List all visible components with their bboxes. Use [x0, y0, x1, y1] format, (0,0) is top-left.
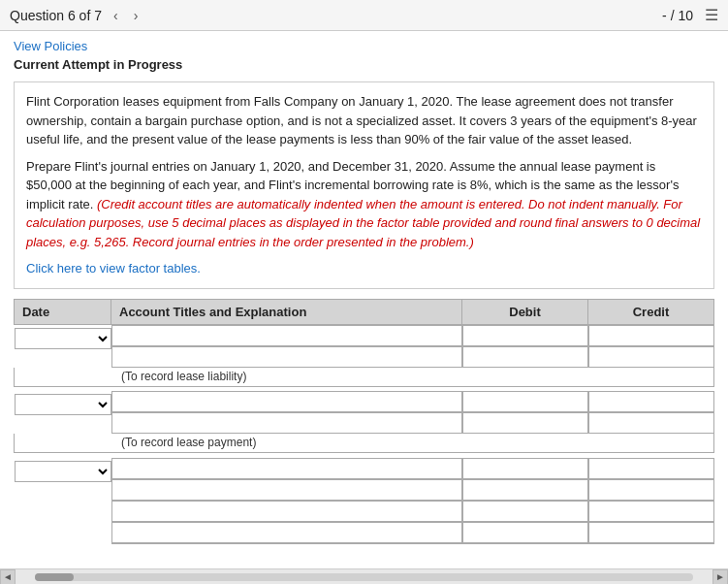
date-cell-3: Jan. 1, 2020 Dec. 31, 2020: [15, 458, 111, 544]
debit-input-1a[interactable]: [462, 325, 588, 346]
credit-cell-3b: [588, 479, 714, 501]
credit-cell-2b: [588, 412, 714, 434]
debit-input-3c[interactable]: [462, 501, 588, 522]
credit-input-3b[interactable]: [588, 479, 714, 501]
account-cell-2a: [111, 391, 462, 412]
top-bar: Question 6 of 7 ‹ › - / 10 ☰: [0, 0, 728, 31]
account-input-3c[interactable]: [111, 501, 462, 522]
group1-label-row: (To record lease liability): [15, 368, 714, 387]
journal-table: Date Account Titles and Explanation Debi…: [14, 299, 714, 544]
credit-cell-3d: [588, 522, 714, 544]
header-date: Date: [15, 299, 111, 324]
paragraph2: Prepare Flint's journal entries on Janua…: [26, 157, 702, 252]
account-cell-2b: [111, 412, 462, 434]
horizontal-scrollbar[interactable]: ◄ ►: [0, 568, 728, 584]
account-cell-3c: [111, 501, 462, 522]
header-debit: Debit: [462, 299, 588, 324]
credit-cell-3c: [588, 501, 714, 522]
credit-cell-3a: [588, 458, 714, 479]
debit-input-2a[interactable]: [462, 391, 588, 412]
table-row: [15, 346, 714, 368]
paragraph1: Flint Corporation leases equipment from …: [26, 92, 702, 149]
date-select-2[interactable]: Jan. 1, 2020 Dec. 31, 2020: [15, 394, 111, 415]
group1-label: (To record lease liability): [15, 368, 714, 387]
date-select-3[interactable]: Jan. 1, 2020 Dec. 31, 2020: [15, 461, 111, 482]
group2-label: (To record lease payment): [15, 434, 714, 453]
account-cell-1a: [111, 324, 462, 346]
debit-cell-2a: [462, 391, 588, 412]
problem-text-box: Flint Corporation leases equipment from …: [14, 81, 714, 289]
table-row: Jan. 1, 2020 Dec. 31, 2020: [15, 458, 714, 479]
table-row: [15, 501, 714, 522]
top-bar-right: - / 10 ☰: [662, 6, 718, 24]
account-input-2a[interactable]: [111, 391, 462, 412]
debit-input-3d[interactable]: [462, 522, 588, 543]
debit-input-3b[interactable]: [462, 479, 588, 501]
credit-cell-1a: [588, 324, 714, 346]
account-cell-3b: [111, 479, 462, 501]
header-account: Account Titles and Explanation: [111, 299, 462, 324]
account-input-3a[interactable]: [111, 458, 462, 479]
list-icon[interactable]: ☰: [705, 6, 718, 24]
paragraph2-red: (Credit account titles are automatically…: [26, 197, 700, 249]
table-row: Jan. 1, 2020 Dec. 31, 2020: [15, 391, 714, 412]
debit-input-2b[interactable]: [462, 412, 588, 434]
table-header-row: Date Account Titles and Explanation Debi…: [15, 299, 714, 324]
attempt-label: Current Attempt in Progress: [14, 57, 714, 72]
debit-cell-1a: [462, 324, 588, 346]
credit-input-2a[interactable]: [588, 391, 714, 412]
account-cell-1b: [111, 346, 462, 368]
table-row: [15, 479, 714, 501]
account-cell-3d: [111, 522, 462, 544]
debit-cell-3c: [462, 501, 588, 522]
scroll-left-arrow[interactable]: ◄: [0, 569, 16, 585]
debit-input-1b[interactable]: [462, 346, 588, 368]
account-input-1a[interactable]: [111, 325, 462, 346]
next-button[interactable]: ›: [130, 8, 142, 23]
account-cell-3a: [111, 458, 462, 479]
account-input-3b[interactable]: [111, 479, 462, 501]
credit-input-1b[interactable]: [588, 346, 714, 368]
debit-cell-3d: [462, 522, 588, 544]
credit-input-3a[interactable]: [588, 458, 714, 479]
factor-link-p: Click here to view factor tables.: [26, 259, 702, 278]
scroll-track[interactable]: [35, 573, 693, 581]
credit-input-2b[interactable]: [588, 412, 714, 434]
table-row: [15, 522, 714, 544]
table-row: Jan. 1, 2020 Dec. 31, 2020: [15, 324, 714, 346]
prev-button[interactable]: ‹: [110, 8, 122, 23]
account-input-1b[interactable]: [111, 346, 462, 368]
date-cell-1: Jan. 1, 2020 Dec. 31, 2020: [15, 324, 111, 368]
scroll-thumb[interactable]: [35, 573, 74, 581]
date-cell-2: Jan. 1, 2020 Dec. 31, 2020: [15, 391, 111, 434]
score-label: - / 10: [662, 8, 693, 23]
credit-input-1a[interactable]: [588, 325, 714, 346]
account-input-3d[interactable]: [111, 522, 462, 543]
scroll-right-arrow[interactable]: ►: [712, 569, 728, 585]
credit-input-3d[interactable]: [588, 522, 714, 543]
debit-cell-3a: [462, 458, 588, 479]
view-policies-link[interactable]: View Policies: [14, 39, 714, 53]
credit-input-3c[interactable]: [588, 501, 714, 522]
factor-table-link[interactable]: Click here to view factor tables.: [26, 261, 201, 276]
table-row: [15, 412, 714, 434]
debit-cell-3b: [462, 479, 588, 501]
date-select-1[interactable]: Jan. 1, 2020 Dec. 31, 2020: [15, 328, 111, 349]
credit-cell-1b: [588, 346, 714, 368]
header-credit: Credit: [588, 299, 714, 324]
question-label: Question 6 of 7: [10, 8, 102, 23]
debit-cell-1b: [462, 346, 588, 368]
debit-cell-2b: [462, 412, 588, 434]
group2-label-row: (To record lease payment): [15, 434, 714, 453]
account-input-2b[interactable]: [111, 412, 462, 434]
top-bar-left: Question 6 of 7 ‹ ›: [10, 8, 142, 23]
debit-input-3a[interactable]: [462, 458, 588, 479]
main-content: View Policies Current Attempt in Progres…: [0, 31, 728, 554]
credit-cell-2a: [588, 391, 714, 412]
